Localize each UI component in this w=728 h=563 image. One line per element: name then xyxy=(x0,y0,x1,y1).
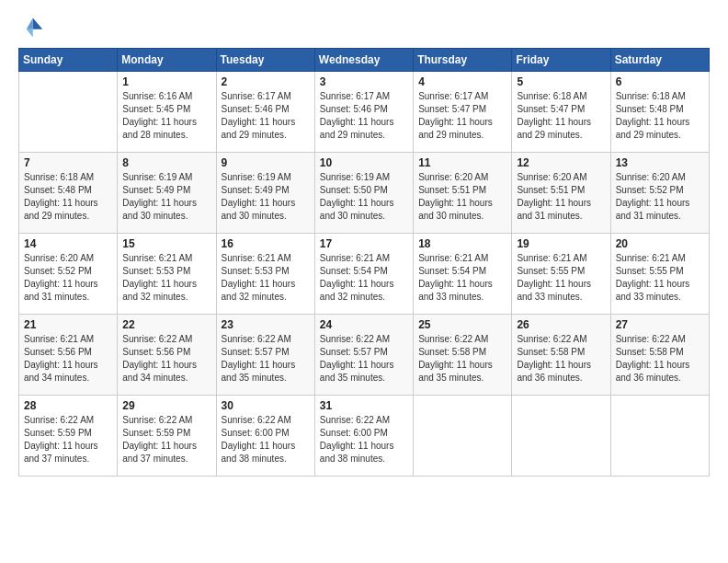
day-info: Sunrise: 6:18 AMSunset: 5:48 PMDaylight:… xyxy=(24,171,112,223)
calendar-cell: 1Sunrise: 6:16 AMSunset: 5:45 PMDaylight… xyxy=(118,72,216,153)
week-row-3: 21Sunrise: 6:21 AMSunset: 5:56 PMDayligh… xyxy=(19,315,710,396)
week-row-4: 28Sunrise: 6:22 AMSunset: 5:59 PMDayligh… xyxy=(19,396,710,477)
svg-marker-1 xyxy=(27,18,33,29)
day-info: Sunrise: 6:20 AMSunset: 5:52 PMDaylight:… xyxy=(24,252,112,304)
day-number: 3 xyxy=(320,75,408,88)
day-number: 9 xyxy=(222,156,310,169)
calendar-cell: 12Sunrise: 6:20 AMSunset: 5:51 PMDayligh… xyxy=(512,153,610,234)
day-header-saturday: Saturday xyxy=(610,49,709,72)
day-number: 25 xyxy=(418,318,506,331)
calendar-cell xyxy=(512,396,610,477)
calendar-header-row: SundayMondayTuesdayWednesdayThursdayFrid… xyxy=(19,49,710,72)
day-info: Sunrise: 6:18 AMSunset: 5:47 PMDaylight:… xyxy=(517,90,605,142)
day-info: Sunrise: 6:22 AMSunset: 5:58 PMDaylight:… xyxy=(616,333,704,385)
day-number: 21 xyxy=(24,318,112,331)
calendar-cell: 4Sunrise: 6:17 AMSunset: 5:47 PMDaylight… xyxy=(414,72,512,153)
day-number: 15 xyxy=(122,237,210,250)
week-row-2: 14Sunrise: 6:20 AMSunset: 5:52 PMDayligh… xyxy=(19,234,710,315)
day-info: Sunrise: 6:22 AMSunset: 6:00 PMDaylight:… xyxy=(320,414,408,465)
logo-icon xyxy=(18,15,44,40)
day-info: Sunrise: 6:19 AMSunset: 5:49 PMDaylight:… xyxy=(222,171,310,223)
calendar-cell: 23Sunrise: 6:22 AMSunset: 5:57 PMDayligh… xyxy=(216,315,314,396)
day-info: Sunrise: 6:22 AMSunset: 5:59 PMDaylight:… xyxy=(24,414,112,465)
calendar-cell: 25Sunrise: 6:22 AMSunset: 5:58 PMDayligh… xyxy=(414,315,512,396)
day-number: 5 xyxy=(517,75,605,88)
day-number: 1 xyxy=(122,75,210,88)
calendar-cell: 29Sunrise: 6:22 AMSunset: 5:59 PMDayligh… xyxy=(118,396,216,477)
day-number: 20 xyxy=(616,237,704,250)
calendar-cell: 9Sunrise: 6:19 AMSunset: 5:49 PMDaylight… xyxy=(216,153,314,234)
day-info: Sunrise: 6:21 AMSunset: 5:54 PMDaylight:… xyxy=(320,252,408,304)
calendar-cell: 30Sunrise: 6:22 AMSunset: 6:00 PMDayligh… xyxy=(216,396,314,477)
svg-marker-0 xyxy=(33,18,43,29)
day-info: Sunrise: 6:22 AMSunset: 5:56 PMDaylight:… xyxy=(122,333,210,385)
logo xyxy=(18,15,48,40)
calendar-cell: 31Sunrise: 6:22 AMSunset: 6:00 PMDayligh… xyxy=(314,396,413,477)
day-header-sunday: Sunday xyxy=(19,49,118,72)
day-number: 26 xyxy=(517,318,605,331)
day-info: Sunrise: 6:21 AMSunset: 5:54 PMDaylight:… xyxy=(418,252,506,304)
calendar-cell: 22Sunrise: 6:22 AMSunset: 5:56 PMDayligh… xyxy=(118,315,216,396)
day-header-tuesday: Tuesday xyxy=(216,49,314,72)
calendar-cell xyxy=(414,396,512,477)
day-number: 12 xyxy=(517,156,605,169)
calendar-cell: 27Sunrise: 6:22 AMSunset: 5:58 PMDayligh… xyxy=(610,315,709,396)
day-header-monday: Monday xyxy=(118,49,216,72)
day-info: Sunrise: 6:19 AMSunset: 5:50 PMDaylight:… xyxy=(320,171,408,223)
day-number: 14 xyxy=(24,237,112,250)
calendar-cell: 6Sunrise: 6:18 AMSunset: 5:48 PMDaylight… xyxy=(610,72,709,153)
day-number: 19 xyxy=(517,237,605,250)
page: SundayMondayTuesdayWednesdayThursdayFrid… xyxy=(0,0,728,563)
day-number: 27 xyxy=(616,318,704,331)
week-row-0: 1Sunrise: 6:16 AMSunset: 5:45 PMDaylight… xyxy=(19,72,710,153)
day-info: Sunrise: 6:17 AMSunset: 5:46 PMDaylight:… xyxy=(222,90,310,142)
day-number: 23 xyxy=(222,318,310,331)
calendar-cell: 3Sunrise: 6:17 AMSunset: 5:46 PMDaylight… xyxy=(314,72,413,153)
day-info: Sunrise: 6:18 AMSunset: 5:48 PMDaylight:… xyxy=(616,90,704,142)
calendar-cell xyxy=(610,396,709,477)
day-info: Sunrise: 6:19 AMSunset: 5:49 PMDaylight:… xyxy=(122,171,210,223)
day-number: 6 xyxy=(616,75,704,88)
header xyxy=(18,15,710,40)
day-info: Sunrise: 6:16 AMSunset: 5:45 PMDaylight:… xyxy=(122,90,210,142)
calendar-cell: 26Sunrise: 6:22 AMSunset: 5:58 PMDayligh… xyxy=(512,315,610,396)
day-number: 22 xyxy=(122,318,210,331)
day-number: 7 xyxy=(24,156,112,169)
day-info: Sunrise: 6:21 AMSunset: 5:53 PMDaylight:… xyxy=(222,252,310,304)
calendar-cell: 15Sunrise: 6:21 AMSunset: 5:53 PMDayligh… xyxy=(118,234,216,315)
calendar-cell: 8Sunrise: 6:19 AMSunset: 5:49 PMDaylight… xyxy=(118,153,216,234)
day-number: 17 xyxy=(320,237,408,250)
day-info: Sunrise: 6:21 AMSunset: 5:53 PMDaylight:… xyxy=(122,252,210,304)
calendar-cell: 20Sunrise: 6:21 AMSunset: 5:55 PMDayligh… xyxy=(610,234,709,315)
day-number: 30 xyxy=(222,399,310,412)
calendar-cell: 10Sunrise: 6:19 AMSunset: 5:50 PMDayligh… xyxy=(314,153,413,234)
day-number: 24 xyxy=(320,318,408,331)
week-row-1: 7Sunrise: 6:18 AMSunset: 5:48 PMDaylight… xyxy=(19,153,710,234)
day-info: Sunrise: 6:21 AMSunset: 5:55 PMDaylight:… xyxy=(517,252,605,304)
day-number: 28 xyxy=(24,399,112,412)
calendar-cell xyxy=(19,72,118,153)
calendar-cell: 7Sunrise: 6:18 AMSunset: 5:48 PMDaylight… xyxy=(19,153,118,234)
day-info: Sunrise: 6:22 AMSunset: 5:57 PMDaylight:… xyxy=(222,333,310,385)
day-info: Sunrise: 6:20 AMSunset: 5:51 PMDaylight:… xyxy=(517,171,605,223)
day-number: 29 xyxy=(122,399,210,412)
day-info: Sunrise: 6:17 AMSunset: 5:47 PMDaylight:… xyxy=(418,90,506,142)
svg-marker-2 xyxy=(27,29,33,38)
day-info: Sunrise: 6:22 AMSunset: 5:59 PMDaylight:… xyxy=(122,414,210,465)
calendar-cell: 18Sunrise: 6:21 AMSunset: 5:54 PMDayligh… xyxy=(414,234,512,315)
day-info: Sunrise: 6:22 AMSunset: 5:58 PMDaylight:… xyxy=(517,333,605,385)
calendar-cell: 17Sunrise: 6:21 AMSunset: 5:54 PMDayligh… xyxy=(314,234,413,315)
calendar-cell: 14Sunrise: 6:20 AMSunset: 5:52 PMDayligh… xyxy=(19,234,118,315)
calendar-cell: 16Sunrise: 6:21 AMSunset: 5:53 PMDayligh… xyxy=(216,234,314,315)
day-header-wednesday: Wednesday xyxy=(314,49,413,72)
day-info: Sunrise: 6:22 AMSunset: 6:00 PMDaylight:… xyxy=(222,414,310,465)
day-number: 2 xyxy=(222,75,310,88)
day-header-friday: Friday xyxy=(512,49,610,72)
calendar-cell: 13Sunrise: 6:20 AMSunset: 5:52 PMDayligh… xyxy=(610,153,709,234)
day-number: 8 xyxy=(122,156,210,169)
calendar-cell: 11Sunrise: 6:20 AMSunset: 5:51 PMDayligh… xyxy=(414,153,512,234)
day-number: 4 xyxy=(418,75,506,88)
day-info: Sunrise: 6:21 AMSunset: 5:56 PMDaylight:… xyxy=(24,333,112,385)
calendar-cell: 2Sunrise: 6:17 AMSunset: 5:46 PMDaylight… xyxy=(216,72,314,153)
calendar-table: SundayMondayTuesdayWednesdayThursdayFrid… xyxy=(18,48,710,477)
